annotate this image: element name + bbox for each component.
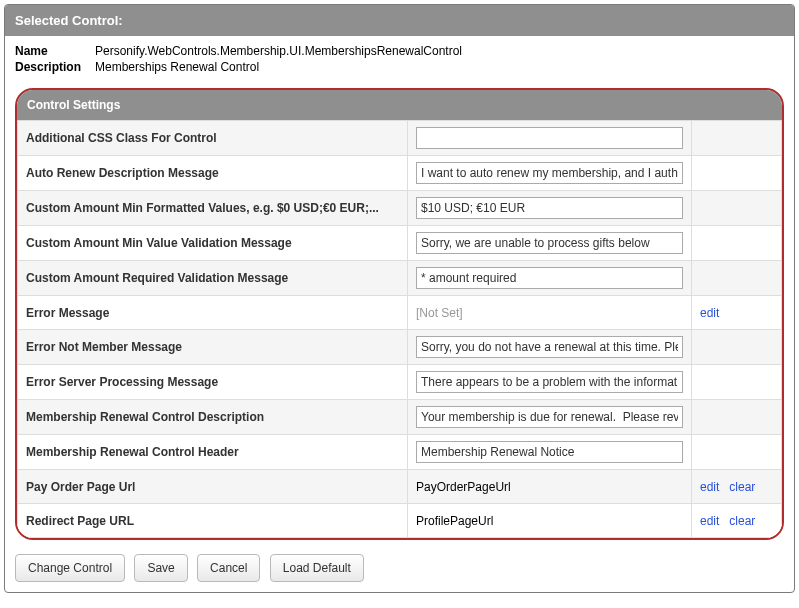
selected-control-header: Selected Control: [5,5,794,36]
table-row: Error Message[Not Set]edit [18,296,782,330]
table-row: Pay Order Page UrlPayOrderPageUrleditcle… [18,470,782,504]
edit-link[interactable]: edit [700,306,719,320]
selected-control-meta: Name Personify.WebControls.Membership.UI… [5,36,794,88]
setting-actions-cell: editclear [692,470,782,504]
setting-label: Error Server Processing Message [18,365,408,400]
settings-table: Additional CSS Class For ControlAuto Ren… [17,120,782,538]
setting-value-cell [408,400,692,435]
setting-input[interactable] [416,336,683,358]
setting-value-cell: PayOrderPageUrl [408,470,692,504]
setting-value-cell [408,365,692,400]
setting-label: Error Message [18,296,408,330]
setting-value-cell [408,156,692,191]
setting-input[interactable] [416,406,683,428]
control-settings-header: Control Settings [17,90,782,120]
setting-actions-cell [692,435,782,470]
setting-actions-cell [692,261,782,296]
setting-label: Custom Amount Required Validation Messag… [18,261,408,296]
button-bar: Change Control Save Cancel Load Default [5,540,794,582]
setting-actions-cell: editclear [692,504,782,538]
table-row: Custom Amount Required Validation Messag… [18,261,782,296]
setting-label: Pay Order Page Url [18,470,408,504]
table-row: Custom Amount Min Value Validation Messa… [18,226,782,261]
setting-value-cell [408,121,692,156]
setting-input[interactable] [416,441,683,463]
change-control-button[interactable]: Change Control [15,554,125,582]
table-row: Redirect Page URLProfilePageUrleditclear [18,504,782,538]
setting-value-cell [408,226,692,261]
meta-name-value: Personify.WebControls.Membership.UI.Memb… [95,44,784,58]
meta-description-label: Description [15,60,95,74]
save-button[interactable]: Save [134,554,187,582]
setting-label: Auto Renew Description Message [18,156,408,191]
meta-description-value: Memberships Renewal Control [95,60,784,74]
meta-name-label: Name [15,44,95,58]
setting-input[interactable] [416,162,683,184]
table-row: Membership Renewal Control Header [18,435,782,470]
setting-input[interactable] [416,267,683,289]
setting-value-cell: ProfilePageUrl [408,504,692,538]
clear-link[interactable]: clear [729,480,755,494]
setting-actions-cell: edit [692,296,782,330]
setting-label: Custom Amount Min Formatted Values, e.g.… [18,191,408,226]
setting-actions-cell [692,191,782,226]
setting-input[interactable] [416,127,683,149]
clear-link[interactable]: clear [729,514,755,528]
setting-label: Membership Renewal Control Header [18,435,408,470]
setting-value-cell: [Not Set] [408,296,692,330]
table-row: Error Server Processing Message [18,365,782,400]
setting-actions-cell [692,156,782,191]
cancel-button[interactable]: Cancel [197,554,260,582]
control-panel: Selected Control: Name Personify.WebCont… [4,4,795,593]
setting-actions-cell [692,365,782,400]
setting-actions-cell [692,400,782,435]
setting-input[interactable] [416,232,683,254]
setting-value-cell [408,330,692,365]
setting-input[interactable] [416,197,683,219]
table-row: Auto Renew Description Message [18,156,782,191]
table-row: Custom Amount Min Formatted Values, e.g.… [18,191,782,226]
control-settings-section: Control Settings Additional CSS Class Fo… [15,88,784,540]
setting-notset-text: [Not Set] [416,306,463,320]
setting-value-cell [408,191,692,226]
setting-text-value: PayOrderPageUrl [416,480,511,494]
setting-value-cell [408,435,692,470]
edit-link[interactable]: edit [700,480,719,494]
setting-actions-cell [692,330,782,365]
setting-actions-cell [692,226,782,261]
load-default-button[interactable]: Load Default [270,554,364,582]
setting-input[interactable] [416,371,683,393]
setting-label: Custom Amount Min Value Validation Messa… [18,226,408,261]
setting-label: Redirect Page URL [18,504,408,538]
setting-label: Additional CSS Class For Control [18,121,408,156]
setting-value-cell [408,261,692,296]
setting-label: Membership Renewal Control Description [18,400,408,435]
table-row: Additional CSS Class For Control [18,121,782,156]
table-row: Error Not Member Message [18,330,782,365]
setting-label: Error Not Member Message [18,330,408,365]
edit-link[interactable]: edit [700,514,719,528]
setting-actions-cell [692,121,782,156]
table-row: Membership Renewal Control Description [18,400,782,435]
setting-text-value: ProfilePageUrl [416,514,493,528]
